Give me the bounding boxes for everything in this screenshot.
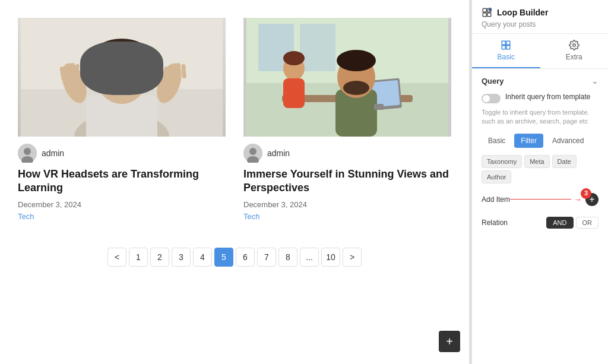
relation-and-button[interactable]: AND	[546, 217, 573, 229]
svg-rect-43	[487, 13, 491, 17]
right-panel: ⚙ Loop Builder Query your posts Basic Ex…	[471, 0, 608, 364]
avatar-icon-2	[243, 144, 262, 163]
main-tabs: Basic Extra	[472, 34, 608, 69]
post-category-2[interactable]: Tech	[243, 212, 451, 221]
extra-tab-icon	[569, 40, 580, 50]
svg-rect-6	[101, 65, 119, 80]
basic-tab-icon	[501, 40, 511, 50]
page-btn-8[interactable]: 8	[278, 248, 297, 267]
author-avatar-1	[18, 144, 37, 163]
section-header: Query ⌄	[482, 76, 598, 86]
page-btn-7[interactable]: 7	[257, 248, 276, 267]
inherit-query-toggle[interactable]	[482, 94, 501, 103]
panel-title-row: ⚙ Loop Builder	[482, 7, 598, 18]
filter-tab-taxonomy[interactable]: Taxonomy	[482, 155, 522, 168]
vr-image	[18, 18, 226, 137]
query-sub-tabs: Basic Filter Advanced	[482, 134, 598, 148]
posts-grid: admin How VR Headsets are Transforming L…	[18, 18, 451, 221]
svg-rect-7	[125, 65, 142, 80]
avatar-icon-1	[18, 144, 37, 163]
panel-header: ⚙ Loop Builder Query your posts	[472, 0, 608, 34]
svg-rect-48	[502, 46, 506, 49]
svg-rect-25	[300, 24, 335, 71]
svg-rect-49	[506, 46, 510, 49]
svg-point-32	[337, 50, 376, 71]
svg-rect-13	[70, 63, 75, 78]
office-illustration	[243, 18, 451, 137]
arrow-head-icon: →	[574, 195, 582, 204]
relation-row: Relation AND OR	[482, 214, 598, 231]
svg-rect-1	[21, 18, 223, 89]
toggle-label: Inherit query from template	[505, 93, 590, 101]
toggle-row: Inherit query from template	[482, 93, 598, 103]
post-category-1[interactable]: Tech	[18, 212, 226, 221]
svg-point-8	[94, 39, 149, 68]
prev-page-btn[interactable]: <	[107, 248, 126, 267]
pagination: < 1 2 3 4 5 6 7 8 ... 10 >	[18, 239, 451, 276]
post-author-name-2: admin	[267, 148, 290, 158]
svg-rect-46	[502, 41, 506, 45]
page-btn-2[interactable]: 2	[150, 248, 169, 267]
main-content: admin How VR Headsets are Transforming L…	[0, 0, 469, 364]
page-btn-5[interactable]: 5	[214, 248, 233, 267]
sub-tab-filter[interactable]: Filter	[514, 134, 543, 148]
basic-tab-label: Basic	[498, 53, 515, 61]
svg-rect-40	[483, 8, 486, 12]
relation-or-button[interactable]: OR	[576, 217, 599, 229]
svg-point-36	[283, 51, 305, 65]
relation-label: Relation	[482, 219, 508, 227]
relation-buttons: AND OR	[546, 217, 598, 229]
svg-point-50	[573, 44, 576, 47]
panel-subtitle: Query your posts	[482, 20, 598, 29]
post-author-name-1: admin	[42, 148, 64, 158]
filter-tab-author[interactable]: Author	[482, 170, 511, 183]
svg-rect-47	[506, 41, 510, 45]
page-btn-ellipsis[interactable]: ...	[300, 248, 319, 267]
filter-tab-date[interactable]: Date	[552, 155, 577, 168]
page-btn-1[interactable]: 1	[129, 248, 148, 267]
post-date-1: December 3, 2024	[18, 200, 226, 209]
tab-extra[interactable]: Extra	[540, 34, 609, 68]
add-item-button[interactable]: 3 +	[585, 193, 598, 206]
page-btn-10[interactable]: 10	[321, 248, 340, 267]
extra-tab-label: Extra	[566, 53, 582, 61]
svg-point-38	[249, 148, 256, 155]
page-btn-6[interactable]: 6	[236, 248, 255, 267]
svg-text:⚙: ⚙	[489, 8, 492, 11]
svg-point-20	[24, 148, 31, 155]
post-title-1: How VR Headsets are Transforming Learnin…	[18, 167, 226, 195]
next-page-btn[interactable]: >	[343, 248, 362, 267]
post-card-2: admin Immerse Yourself in Stunning Views…	[243, 18, 451, 221]
arrow-line	[510, 199, 571, 200]
panel-title: Loop Builder	[497, 8, 548, 17]
toggle-description: Toggle to inherit query from template. s…	[482, 108, 598, 126]
filter-tabs: Taxonomy Meta Date Author	[482, 155, 598, 183]
vr-illustration	[18, 18, 226, 137]
floating-add-button[interactable]: +	[439, 331, 460, 352]
page-btn-3[interactable]: 3	[172, 248, 191, 267]
svg-rect-42	[483, 13, 486, 17]
post-author-2: admin	[243, 144, 451, 163]
arrow-indicator: →	[510, 195, 585, 204]
section-title: Query	[482, 77, 504, 86]
post-card-1: admin How VR Headsets are Transforming L…	[18, 18, 226, 221]
add-item-row: Add Item → 3 +	[482, 191, 598, 208]
tab-basic[interactable]: Basic	[472, 34, 540, 68]
author-avatar-2	[243, 144, 262, 163]
loop-builder-icon: ⚙	[482, 7, 492, 18]
add-item-badge: 3	[581, 188, 591, 199]
svg-rect-5	[98, 62, 145, 86]
post-image-2	[243, 18, 451, 137]
filter-tab-meta[interactable]: Meta	[524, 155, 549, 168]
post-image-1	[18, 18, 226, 137]
svg-rect-33	[374, 104, 384, 110]
add-item-label: Add Item	[482, 195, 510, 204]
collapse-button[interactable]: ⌄	[591, 76, 598, 86]
post-date-2: December 3, 2024	[243, 200, 451, 209]
post-author-1: admin	[18, 144, 226, 163]
sub-tab-basic[interactable]: Basic	[482, 134, 512, 148]
query-section: Query ⌄ Inherit query from template Togg…	[472, 69, 608, 238]
post-title-2: Immerse Yourself in Stunning Views and P…	[243, 167, 451, 195]
page-btn-4[interactable]: 4	[193, 248, 212, 267]
sub-tab-advanced[interactable]: Advanced	[546, 134, 590, 148]
